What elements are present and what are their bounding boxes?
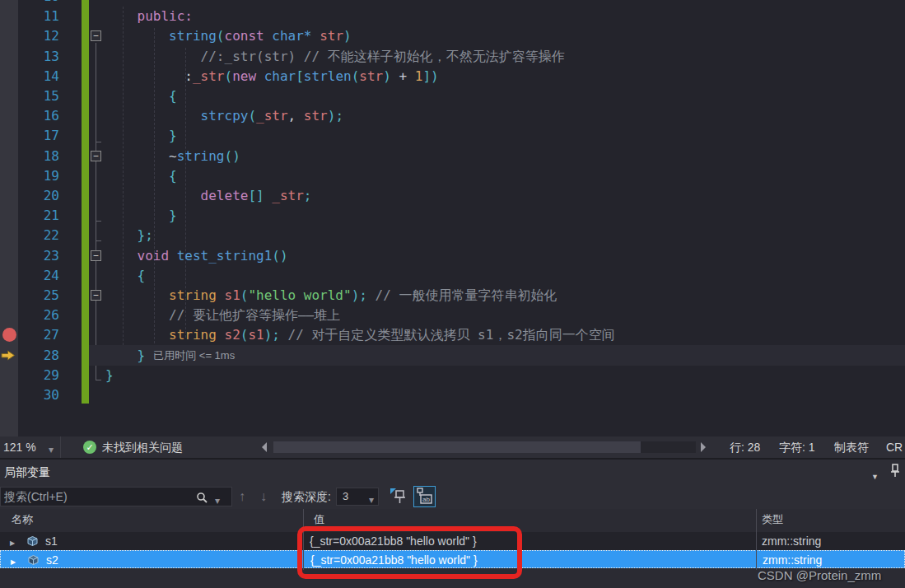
line-number: 21: [0, 205, 59, 226]
zoom-level-dropdown[interactable]: 121 %: [0, 436, 61, 458]
variable-type: zmm::string: [763, 551, 822, 569]
code-line-26: 26 // 要让他扩容等操作——堆上: [0, 305, 905, 325]
fold-collapse-button[interactable]: [91, 30, 101, 41]
code-line-25: 25 string s1("hello world"); // 一般使用常量字符…: [0, 285, 905, 306]
line-number: 18: [0, 146, 59, 166]
variable-name: s2: [46, 551, 58, 569]
code-line-27: 27 string s2(s1); // 对于自定义类型默认浅拷贝 s1，s2指…: [0, 324, 905, 345]
column-header-name[interactable]: 名称: [12, 509, 33, 530]
editor-status-bar: 121 % 未找到相关问题 行: 28 字符: 1 制表符 CR: [0, 436, 905, 458]
code-line-29: 29}: [0, 365, 905, 385]
search-box[interactable]: [0, 487, 232, 506]
code-line-30: 30: [0, 385, 905, 405]
code-line-16: 16 strcpy(_str, str);: [0, 105, 905, 126]
variable-name: s1: [45, 532, 58, 550]
chevron-down-icon: [369, 492, 374, 506]
perf-tip: 已用时间 <= 1ms: [153, 349, 235, 362]
annotation-box: [297, 526, 522, 579]
scrollbar-thumb[interactable]: [273, 441, 641, 453]
code-line-17: 17 }: [0, 125, 905, 146]
line-number: 17: [0, 125, 59, 146]
scroll-right-arrow[interactable]: [701, 442, 706, 452]
code-line-15: 15 {: [0, 86, 905, 106]
chevron-down-icon[interactable]: [871, 468, 879, 483]
line-number: 13: [0, 46, 59, 67]
chevron-down-icon: [49, 442, 54, 455]
expand-arrow-icon[interactable]: [11, 551, 16, 572]
health-check-icon[interactable]: [83, 441, 96, 454]
status-line-number[interactable]: 行: 28: [730, 436, 760, 458]
search-icon[interactable]: [195, 491, 208, 504]
code-line-12: 12 string(const char* str): [0, 26, 905, 46]
code-line-24: 24 {: [0, 265, 905, 286]
code-line-21: 21 }: [0, 205, 905, 226]
code-line-28: 28 }已用时间 <= 1ms: [0, 345, 905, 366]
code-line-13: 13 //:_str(str) // 不能这样子初始化，不然无法扩容等操作: [0, 46, 905, 67]
chevron-down-icon[interactable]: [215, 492, 220, 507]
code-line-22: 22 };: [0, 225, 905, 245]
variable-type-icon: [26, 535, 39, 547]
svg-text:ab: ab: [422, 496, 430, 503]
fold-collapse-button[interactable]: [91, 151, 101, 161]
next-result-button[interactable]: [260, 485, 267, 508]
fold-collapse-button[interactable]: [91, 290, 101, 301]
line-number: 26: [0, 305, 59, 325]
column-separator[interactable]: [756, 509, 757, 570]
line-number: 30: [0, 385, 59, 405]
prev-result-button[interactable]: [239, 485, 245, 508]
locals-panel-header[interactable]: 局部变量: [0, 460, 905, 484]
code-line-11: 11 public:: [0, 6, 905, 26]
horizontal-scrollbar[interactable]: [273, 441, 696, 453]
search-depth-label: 搜索深度:: [282, 484, 331, 509]
code-editor[interactable]: 1011 public:12 string(const char* str)13…: [0, 0, 905, 436]
watermark: CSDN @Protein_zmm: [758, 568, 881, 582]
code-line-20: 20 delete[] _str;: [0, 185, 905, 206]
search-depth-value: 3: [343, 488, 348, 505]
code-line-19: 19 {: [0, 166, 905, 186]
code-line-18: 18 ~string(): [0, 146, 905, 166]
line-number: 11: [0, 6, 59, 26]
line-number: 24: [0, 265, 59, 286]
line-number: 23: [0, 245, 59, 266]
code-line-14: 14 :_str(new char[strlen(str) + 1]): [0, 66, 905, 86]
pin-icon[interactable]: [889, 464, 901, 478]
scroll-left-arrow[interactable]: [262, 442, 267, 452]
current-line-arrow-icon: [1, 350, 16, 361]
status-eol-mode[interactable]: CR: [886, 436, 903, 458]
line-number: 19: [0, 166, 59, 186]
column-header-type[interactable]: 类型: [762, 509, 783, 530]
line-number: 16: [0, 105, 59, 126]
line-number: 29: [0, 365, 59, 385]
locals-toolbar: 搜索深度: 3 ab: [0, 484, 905, 509]
variable-type-icon: [27, 554, 40, 566]
line-number: 22: [0, 225, 59, 245]
zoom-level-value: 121 %: [3, 436, 36, 458]
line-number: 15: [0, 86, 59, 106]
show-text-visualizer-icon[interactable]: ab: [413, 486, 436, 507]
search-input[interactable]: [4, 488, 185, 505]
health-message: 未找到相关问题: [102, 436, 183, 458]
flag-pin-icon[interactable]: [389, 487, 408, 506]
variable-type: zmm::string: [762, 532, 821, 550]
line-number: 14: [0, 66, 59, 86]
status-tabs-mode[interactable]: 制表符: [834, 436, 869, 458]
fold-collapse-button[interactable]: [91, 250, 101, 261]
code-line-23: 23 void test_string1(): [0, 245, 905, 266]
line-number: 20: [0, 185, 59, 206]
line-number: 12: [0, 26, 59, 46]
line-number: 25: [0, 285, 59, 306]
panel-title: 局部变量: [4, 460, 50, 484]
search-depth-dropdown[interactable]: 3: [336, 488, 379, 506]
status-char-number[interactable]: 字符: 1: [779, 436, 815, 458]
